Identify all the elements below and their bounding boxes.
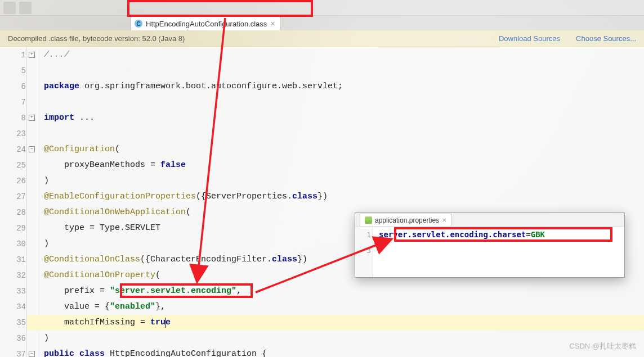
line-number: 36 (0, 331, 26, 346)
popup-tab-application-properties[interactable]: application.properties ✕ (360, 214, 451, 226)
line-number: 5 (0, 63, 26, 79)
code-line[interactable]: 26) (27, 173, 644, 189)
code-line[interactable]: 24@Configuration( (27, 142, 644, 157)
code-line[interactable]: 5 (27, 63, 644, 79)
line-number: 28 (0, 205, 26, 220)
code-line[interactable]: 8import ... (27, 110, 644, 126)
download-sources-link[interactable]: Download Sources (499, 34, 560, 43)
code-text: proxyBeanMethods = false (27, 157, 186, 173)
line-number: 30 (0, 236, 26, 252)
close-icon[interactable]: ✕ (270, 20, 275, 28)
line-number: 24 (0, 142, 26, 157)
code-text: import ... (27, 110, 95, 126)
code-text: public class HttpEncodingAutoConfigurati… (27, 346, 267, 357)
property-value: GBK (531, 230, 545, 239)
code-line[interactable]: 35 matchIfMissing = true (27, 315, 644, 331)
properties-popup: application.properties ✕ 1server.servlet… (355, 213, 625, 278)
line-number: 34 (0, 299, 26, 315)
code-text: @ConditionalOnClass({CharacterEncodingFi… (27, 252, 307, 268)
line-number: 35 (0, 315, 26, 331)
line-number: 1 (355, 231, 371, 239)
editor-tab-http-encoding[interactable]: C HttpEncodingAutoConfiguration.class ✕ (131, 16, 280, 30)
properties-line[interactable]: 1server.servlet.encoding.charset=GBK (355, 227, 624, 242)
line-number: 23 (0, 126, 26, 142)
line-number: 6 (0, 79, 26, 94)
code-text: /.../ (27, 47, 69, 63)
class-file-icon: C (135, 20, 142, 28)
line-number: 29 (0, 220, 26, 236)
line-number: 7 (0, 94, 26, 110)
code-text: @ConditionalOnWebApplication( (27, 205, 191, 220)
editor-tab-label: HttpEncodingAutoConfiguration.class (146, 20, 267, 28)
line-number: 31 (0, 252, 26, 268)
code-text: ) (27, 173, 49, 189)
code-line[interactable]: 36) (27, 331, 644, 346)
code-text: package org.springframework.boot.autocon… (27, 79, 343, 94)
code-line[interactable]: 27@EnableConfigurationProperties({Server… (27, 189, 644, 205)
code-text: @ConditionalOnProperty( (27, 268, 160, 283)
properties-file-icon (365, 216, 372, 224)
code-line[interactable]: 33 prefix = "server.servlet.encoding", (27, 283, 644, 299)
line-number: 27 (0, 189, 26, 205)
code-text: value = {"enabled"}, (27, 299, 166, 315)
code-line[interactable]: 6package org.springframework.boot.autoco… (27, 79, 644, 94)
properties-line[interactable]: 3 (355, 242, 624, 258)
code-text: @EnableConfigurationProperties({ServerPr… (27, 189, 328, 205)
equals-sign: = (526, 230, 530, 239)
popup-tab-bar: application.properties ✕ (355, 213, 624, 227)
line-number: 3 (355, 246, 371, 255)
line-number: 25 (0, 157, 26, 173)
code-editor[interactable]: 1/.../56package org.springframework.boot… (0, 47, 644, 357)
code-line[interactable]: 34 value = {"enabled"}, (27, 299, 644, 315)
code-line[interactable]: 7 (27, 94, 644, 110)
line-number: 33 (0, 283, 26, 299)
code-text: type = Type.SERVLET (27, 220, 160, 236)
popup-editor[interactable]: 1server.servlet.encoding.charset=GBK3 (355, 227, 624, 277)
line-number: 32 (0, 268, 26, 283)
code-text: matchIfMissing = true (27, 315, 171, 331)
code-line[interactable]: 23 (27, 126, 644, 142)
watermark: CSDN @扎哇太枣糕 (569, 341, 636, 351)
popup-tab-label: application.properties (375, 216, 439, 224)
line-number: 37 (0, 346, 26, 357)
code-text: prefix = "server.servlet.encoding", (27, 283, 242, 299)
close-icon[interactable]: ✕ (442, 217, 446, 223)
line-number: 1 (0, 47, 26, 63)
code-text: @Configuration( (27, 142, 120, 157)
toolbar-button[interactable] (3, 2, 16, 14)
code-line[interactable]: 1/.../ (27, 47, 644, 63)
text-caret (165, 318, 166, 328)
decompiled-banner: Decompiled .class file, bytecode version… (0, 30, 644, 47)
property-key: server.servlet.encoding.charset (379, 230, 526, 239)
code-line[interactable]: 25 proxyBeanMethods = false (27, 157, 644, 173)
line-number: 8 (0, 110, 26, 126)
editor-tab-bar: C HttpEncodingAutoConfiguration.class ✕ (0, 16, 644, 30)
toolbar-button[interactable] (19, 2, 32, 14)
code-text: ) (27, 236, 49, 252)
code-text: ) (27, 331, 49, 346)
code-line[interactable]: 37public class HttpEncodingAutoConfigura… (27, 346, 644, 357)
choose-sources-link[interactable]: Choose Sources... (576, 34, 636, 43)
banner-text: Decompiled .class file, bytecode version… (8, 34, 185, 43)
line-number: 26 (0, 173, 26, 189)
ide-toolbar (0, 0, 644, 16)
